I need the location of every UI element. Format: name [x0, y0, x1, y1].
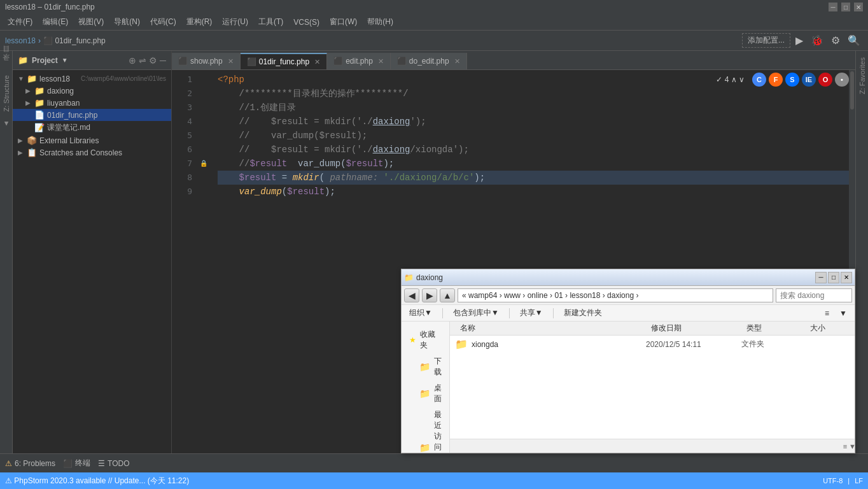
fe-file-row-xiongda[interactable]: 📁 xiongda 2020/12/5 14:11 文件夹 — [450, 336, 855, 353]
menu-edit[interactable]: 编辑(E) — [38, 15, 73, 29]
project-collapse-btn[interactable]: ─ — [160, 55, 166, 66]
title-bar-controls: ─ □ ✕ — [829, 3, 863, 11]
fe-close-btn[interactable]: ✕ — [841, 272, 852, 283]
fe-share-btn[interactable]: 共享▼ — [517, 308, 545, 318]
todo-btn[interactable]: ☰ TODO — [98, 459, 129, 468]
add-config-btn[interactable]: 添加配置... — [742, 33, 790, 48]
project-tab2[interactable]: 录 — [0, 62, 12, 70]
tab-edit-php[interactable]: ⬛ edit.php ✕ — [327, 53, 391, 69]
fe-back-btn[interactable]: ◀ — [404, 288, 419, 302]
tab-show-php[interactable]: ⬛ show.php ✕ — [172, 53, 241, 69]
opera-icon[interactable]: O — [818, 73, 832, 87]
structure-tab[interactable]: Z: Structure — [1, 71, 11, 115]
run-btn[interactable]: ▶ — [793, 33, 806, 48]
menu-help[interactable]: 帮助(H) — [362, 15, 398, 29]
gutter-4 — [197, 115, 210, 129]
project-panel: 📁 Project ▼ ⊕ ⇌ ⚙ ─ ▼ 📁 lesson18 C:\wamp… — [13, 51, 172, 453]
menu-tools[interactable]: 工具(T) — [253, 15, 288, 29]
fe-organize-btn[interactable]: 组织▼ — [407, 308, 435, 318]
menu-view[interactable]: 视图(V) — [73, 15, 109, 29]
fe-new-folder-btn[interactable]: 新建文件夹 — [561, 308, 605, 318]
project-tree: ▼ 📁 lesson18 C:\wamp64\www\online\01\les… — [13, 70, 171, 453]
tree-item-liuyanban[interactable]: ▶ 📁 liuyanban — [13, 97, 171, 109]
menu-file[interactable]: 文件(F) — [3, 15, 38, 29]
fe-col-name[interactable]: 名称 — [455, 323, 646, 334]
fe-view-toggle-btn[interactable]: ≡ — [822, 309, 832, 318]
close-btn[interactable]: ✕ — [854, 3, 863, 11]
chrome-icon[interactable]: C — [752, 73, 766, 87]
other-browser-icon[interactable]: • — [835, 73, 849, 87]
fe-maximize-btn[interactable]: □ — [828, 272, 839, 283]
fe-toolbar-sep2 — [509, 308, 510, 318]
problems-btn[interactable]: ⚠ 6: Problems — [5, 459, 55, 468]
safari-icon[interactable]: S — [785, 73, 799, 87]
firefox-icon[interactable]: F — [769, 73, 783, 87]
menu-vcs[interactable]: VCS(S) — [288, 17, 325, 28]
terminal-btn[interactable]: ⬛ 终端 — [63, 458, 90, 469]
tab-bar: ⬛ show.php ✕ ⬛ 01dir_func.php ✕ ⬛ edit.p… — [172, 51, 855, 70]
fe-view-icon[interactable]: ≡ ▼ — [843, 443, 855, 450]
fe-address-bar[interactable]: « wamp64 › www › online › 01 › lesson18 … — [458, 288, 773, 302]
project-tab[interactable]: 目 — [0, 53, 12, 61]
show-php-icon: ⬛ — [178, 57, 188, 66]
fe-details-btn[interactable]: ▼ — [837, 309, 850, 318]
menu-window[interactable]: 窗口(W) — [325, 15, 362, 29]
project-toggle-btn[interactable]: ⇌ — [139, 55, 146, 66]
menu-run[interactable]: 运行(U) — [217, 15, 253, 29]
gutter-9 — [197, 185, 210, 199]
fe-sidebar-favorites[interactable]: ★ 收藏夹 — [402, 327, 449, 353]
tree-scratches[interactable]: ▶ 📋 Scratches and Consoles — [13, 146, 171, 159]
settings-btn[interactable]: ⚙ — [829, 33, 843, 48]
menu-refactor[interactable]: 重构(R) — [181, 15, 218, 29]
fe-forward-btn[interactable]: ▶ — [422, 288, 437, 302]
tab-show-php-close[interactable]: ✕ — [228, 57, 234, 66]
tab-01dir-func-close[interactable]: ✕ — [314, 58, 320, 66]
tab-01dir-func[interactable]: ⬛ 01dir_func.php ✕ — [241, 53, 327, 69]
project-config-btn[interactable]: ⚙ — [149, 55, 157, 66]
breadcrumb-project[interactable]: lesson18 — [5, 36, 36, 45]
fe-sidebar-recent-label: 最近访问的位置 — [434, 409, 442, 453]
menu-code[interactable]: 代码(C) — [145, 15, 181, 29]
minimize-btn[interactable]: ─ — [829, 3, 837, 11]
tab-do-edit-php-close[interactable]: ✕ — [454, 57, 460, 66]
fe-col-date[interactable]: 修改日期 — [646, 323, 741, 334]
fe-sidebar-downloads[interactable]: 📁 下载 — [402, 353, 449, 380]
favorites-right-tab[interactable]: Z: Favorites — [857, 53, 867, 98]
code-line-7: //$result var_dump($result); — [218, 157, 849, 171]
scrollbar-thumb[interactable] — [850, 71, 854, 110]
tree-item-01dir-func[interactable]: 📄 01dir_func.php — [13, 109, 171, 121]
fe-search-input[interactable] — [776, 288, 852, 302]
tab-do-edit-php[interactable]: ⬛ do_edit.php ✕ — [391, 53, 467, 69]
fe-sidebar: ★ 收藏夹 📁 下载 📁 桌面 📁 最近访问的位置 — [402, 322, 450, 453]
fe-col-size[interactable]: 大小 — [805, 323, 855, 334]
tree-external-libs[interactable]: ▶ 📦 External Libraries — [13, 134, 171, 146]
fe-col-type[interactable]: 类型 — [741, 323, 805, 334]
project-dropdown-arrow[interactable]: ▼ — [62, 57, 68, 64]
fe-sidebar-recent[interactable]: 📁 最近访问的位置 — [402, 407, 449, 453]
tree-item-daxiong[interactable]: ▶ 📁 daxiong — [13, 85, 171, 97]
status-update-text[interactable]: ⚠ PhpStorm 2020.3 available // Update...… — [5, 476, 189, 486]
fe-minimize-btn[interactable]: ─ — [815, 272, 827, 283]
menu-navigate[interactable]: 导航(N) — [109, 15, 145, 29]
debug-btn[interactable]: 🐞 — [808, 33, 826, 48]
root-sublabel: C:\wamp64\www\online\01\les — [81, 75, 166, 82]
tab-edit-php-close[interactable]: ✕ — [378, 57, 384, 66]
fe-up-btn[interactable]: ▲ — [440, 288, 455, 302]
status-encoding: UTF-8 — [823, 477, 843, 485]
fe-column-headers: 名称 修改日期 类型 大小 — [450, 322, 855, 336]
project-add-btn[interactable]: ⊕ — [129, 55, 136, 66]
fe-include-library-btn[interactable]: 包含到库中▼ — [451, 308, 501, 318]
gutter-2 — [197, 87, 210, 101]
line-numbers: 1 2 3 4 5 6 7 8 9 — [172, 70, 197, 453]
maximize-btn[interactable]: □ — [841, 3, 850, 11]
root-label: lesson18 — [39, 74, 78, 83]
terminal-icon: ⬛ — [63, 459, 73, 468]
fe-title-bar: 📁 daxiong ─ □ ✕ — [402, 269, 855, 286]
tree-item-notes[interactable]: 📝 课堂笔记.md — [13, 121, 171, 134]
fe-file-list: 名称 修改日期 类型 大小 📁 xiongda 2020/12/5 14:11 … — [450, 322, 855, 453]
ie-icon[interactable]: IE — [802, 73, 816, 87]
search-everywhere-btn[interactable]: 🔍 — [845, 33, 863, 48]
bookmarks-tab[interactable]: ▲ — [1, 117, 11, 132]
tree-root-lesson18[interactable]: ▼ 📁 lesson18 C:\wamp64\www\online\01\les — [13, 73, 171, 85]
fe-sidebar-desktop[interactable]: 📁 桌面 — [402, 380, 449, 407]
